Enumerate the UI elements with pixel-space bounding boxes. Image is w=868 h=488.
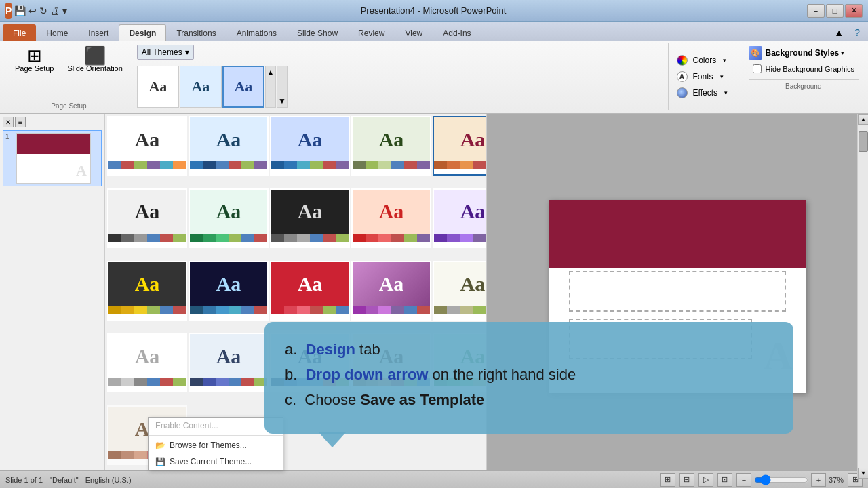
zoom-slider[interactable] <box>754 475 808 485</box>
window-maximize-btn[interactable]: □ <box>826 4 844 18</box>
hide-bg-checkbox[interactable] <box>753 64 762 73</box>
tab-review[interactable]: Review <box>348 24 395 41</box>
bg-styles-btn[interactable]: Background Styles <box>766 48 840 58</box>
callout-line-b: b. Drop down arrow on the right hand sid… <box>285 363 773 386</box>
ribbon-group-page-setup: ⊞ Page Setup ⬛ Slide Orientation Page Se… <box>4 43 134 110</box>
quick-access-save[interactable]: 💾 <box>14 4 26 18</box>
colors-btn[interactable]: Colors ▾ <box>674 53 737 68</box>
effects-btn[interactable]: Effects ▾ <box>674 85 737 100</box>
theme-ribbon-scroll-up[interactable]: ▲ <box>265 66 276 108</box>
slide-outline-toggle[interactable]: ≡ <box>15 117 26 127</box>
hide-bg-label: Hide Background Graphics <box>766 65 854 73</box>
theme-ribbon-1[interactable]: Aa <box>137 66 179 108</box>
tab-file[interactable]: File <box>3 24 36 41</box>
theme-item-equity[interactable]: Aa <box>433 261 486 321</box>
bg-styles-icon: 🎨 <box>749 46 762 60</box>
save-icon: 💾 <box>155 457 165 466</box>
theme-item-couture[interactable]: Aa <box>270 261 350 321</box>
colors-arrow: ▾ <box>723 57 726 64</box>
ribbon-help-btn[interactable]: ? <box>849 24 865 41</box>
ribbon-collapse-btn[interactable]: ▲ <box>829 24 849 41</box>
theme-item-apex[interactable]: Aa <box>351 116 431 176</box>
tab-animations[interactable]: Animations <box>226 24 287 41</box>
quick-access-print[interactable]: 🖨 <box>50 4 60 18</box>
theme-name-display: "Default" <box>50 476 79 484</box>
dropdown-browse-themes[interactable]: 📂 Browse for Themes... <box>149 437 283 453</box>
fonts-btn[interactable]: A Fonts ▾ <box>674 69 737 84</box>
effects-arrow: ▾ <box>724 89 728 96</box>
theme-item-clarity[interactable]: Aa <box>433 188 486 248</box>
tab-addins[interactable]: Add-Ins <box>433 24 481 41</box>
ribbon: File Home Insert Design Transitions Anim… <box>0 22 868 114</box>
themes-dropdown-menu: Enable Content... 📂 Browse for Themes...… <box>148 417 283 470</box>
theme-item-concourse[interactable]: Aa <box>189 261 269 321</box>
window-close-btn[interactable]: ✕ <box>845 4 863 18</box>
slide-number-1: 1 <box>5 133 14 140</box>
theme-item-apothecary[interactable]: Aa <box>433 116 486 176</box>
theme-item-austin[interactable]: Aa <box>189 188 269 248</box>
theme-item-civic[interactable]: Aa <box>351 188 431 248</box>
theme-item-elemental[interactable]: Aa <box>351 261 431 321</box>
tab-slideshow[interactable]: Slide Show <box>287 24 348 41</box>
page-setup-label: Page Setup <box>15 64 54 73</box>
dropdown-save-current[interactable]: 💾 Save Current Theme... <box>149 453 283 470</box>
hide-bg-row: Hide Background Graphics <box>749 62 859 75</box>
theme-ribbon-2[interactable]: Aa <box>180 66 222 108</box>
view-slideshow-btn[interactable]: ⊡ <box>717 473 732 487</box>
callout-save-template-phrase: Save as Template <box>360 391 484 408</box>
theme-item-adjacency[interactable]: Aa <box>189 116 269 176</box>
all-themes-label: All Themes <box>142 47 182 57</box>
fonts-icon: A <box>677 71 688 82</box>
background-group: 🎨 Background Styles ▾ Hide Background Gr… <box>743 43 864 110</box>
zoom-out-btn[interactable]: − <box>736 473 751 487</box>
callout-line-c: c. Choose Save as Template <box>285 388 773 411</box>
slide-title-placeholder[interactable] <box>569 271 786 312</box>
callout-dropdown-arrow-phrase: Drop down arrow <box>306 366 429 383</box>
effects-icon <box>677 87 688 98</box>
dropdown-enable-label: Enable Content... <box>155 421 218 430</box>
theme-item-aspect[interactable]: Aa <box>107 188 187 248</box>
slide-info: Slide 1 of 1 <box>5 476 43 484</box>
tab-view[interactable]: View <box>395 24 433 41</box>
all-themes-dropdown[interactable]: All Themes ▾ <box>137 45 194 60</box>
quick-access-redo[interactable]: ↻ <box>39 4 47 18</box>
slide-preview-1: A <box>16 133 91 184</box>
view-slide-sorter-btn[interactable]: ⊟ <box>679 473 694 487</box>
theme-item-angles[interactable]: Aa <box>270 116 350 176</box>
page-setup-group-label: Page Setup <box>51 102 86 110</box>
bg-styles-arrow[interactable]: ▾ <box>841 49 844 56</box>
dropdown-enable-content: Enable Content... <box>149 418 283 434</box>
slide-preview-bg <box>17 134 90 154</box>
tab-home[interactable]: Home <box>36 24 78 41</box>
title-bar: P 💾 ↩ ↻ 🖨 ▾ Presentation4 - Microsoft Po… <box>0 0 868 22</box>
tab-design[interactable]: Design <box>119 24 166 41</box>
main-scroll-up[interactable]: ▲ <box>858 114 868 125</box>
main-scroll-down[interactable]: ▼ <box>858 468 868 479</box>
slide-panel-close-btn[interactable]: ✕ <box>3 117 14 127</box>
theme-item-black-tie[interactable]: Aa <box>270 188 350 248</box>
tab-transitions[interactable]: Transitions <box>166 24 226 41</box>
callout-design-word: Design <box>306 341 355 358</box>
page-setup-icon: ⊞ <box>27 47 42 64</box>
powerpoint-logo: P <box>5 3 12 19</box>
theme-ribbon-scroll-down[interactable]: ▼ <box>277 66 288 108</box>
slide-thumb-1[interactable]: 1 A <box>3 130 102 186</box>
browse-label: Browse for Themes... <box>170 441 247 450</box>
theme-ribbon-3[interactable]: Aa <box>222 66 264 108</box>
view-normal-btn[interactable]: ⊞ <box>660 473 675 487</box>
tab-insert[interactable]: Insert <box>78 24 119 41</box>
theme-item-composite[interactable]: Aa <box>107 261 187 321</box>
view-reading-btn[interactable]: ▷ <box>698 473 713 487</box>
zoom-level: 37% <box>829 476 844 484</box>
theme-item-essential[interactable]: Aa <box>107 333 187 392</box>
effects-label: Effects <box>693 88 717 98</box>
window-minimize-btn[interactable]: − <box>807 4 825 18</box>
english-lang: English (U.S.) <box>85 476 132 484</box>
quick-access-undo[interactable]: ↩ <box>28 4 37 18</box>
theme-item-executive[interactable]: Aa <box>189 333 269 392</box>
slide-orientation-icon: ⬛ <box>84 47 106 64</box>
zoom-in-btn[interactable]: + <box>811 473 826 487</box>
theme-item-office[interactable]: Aa <box>107 116 187 176</box>
page-setup-btn[interactable]: ⊞ Page Setup <box>9 45 60 75</box>
slide-orientation-btn[interactable]: ⬛ Slide Orientation <box>62 45 128 75</box>
